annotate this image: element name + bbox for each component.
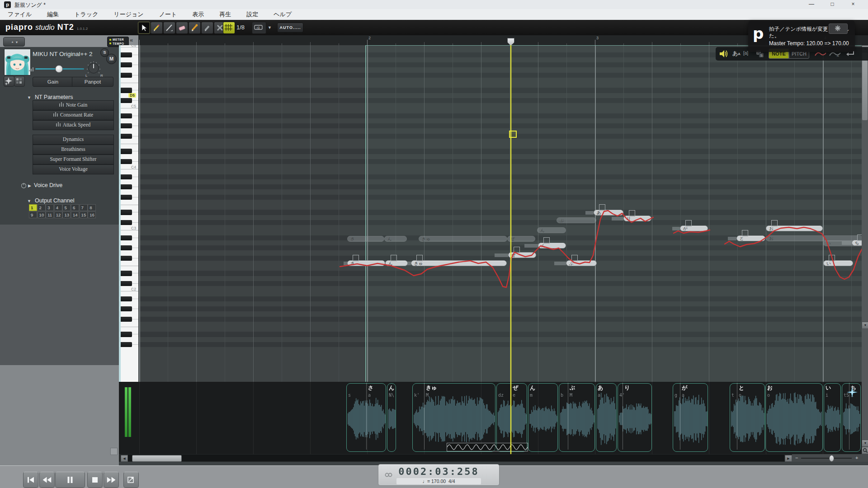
line-tool[interactable] <box>163 22 175 34</box>
minimize-button[interactable]: — <box>801 0 822 9</box>
black-key-F#1[interactable] <box>121 317 132 322</box>
output-channel-9[interactable]: 9 <box>29 211 37 218</box>
quantize-dropdown-icon[interactable]: ▼ <box>268 25 272 30</box>
time-display[interactable]: 0002:03:258 ♩= 170.00 4/4 <box>378 464 500 486</box>
output-channel-15[interactable]: 15 <box>80 211 88 218</box>
wave-vertical-scrollbar[interactable]: ▼ <box>862 382 868 454</box>
skip-to-start-button[interactable] <box>23 472 38 488</box>
black-key-D#5[interactable] <box>121 88 132 93</box>
param-button-consonant-rate[interactable]: Consonant Rate <box>33 110 114 120</box>
black-key-D#3[interactable] <box>121 210 132 215</box>
notification-settings-button[interactable] <box>829 23 848 34</box>
quantize-grid-button[interactable] <box>223 22 235 34</box>
volume-slider-thumb[interactable] <box>55 65 63 73</box>
note-handle[interactable] <box>599 204 605 211</box>
phoneme-input-icon[interactable]: [a] <box>743 51 748 56</box>
output-channel-3[interactable]: 3 <box>46 204 54 211</box>
singer-avatar[interactable] <box>4 49 31 75</box>
output-channel-4[interactable]: 4 <box>54 204 62 211</box>
note-handle[interactable] <box>742 230 748 236</box>
channel-matrix-button[interactable] <box>14 76 25 87</box>
black-key-G#5[interactable] <box>121 62 132 67</box>
black-key-A#3[interactable] <box>121 174 132 179</box>
panel-resize-grip[interactable] <box>110 448 118 455</box>
wave-zoom-button[interactable] <box>862 447 868 454</box>
note-handle[interactable] <box>391 255 397 261</box>
black-key-D#1[interactable] <box>121 332 132 337</box>
black-key-C#3[interactable] <box>121 220 132 225</box>
note-handle[interactable] <box>771 220 778 226</box>
black-key-F#3[interactable] <box>121 195 132 200</box>
param-button-attack-speed[interactable]: Attack Speed <box>33 120 114 130</box>
menu-view[interactable]: 表示 <box>184 9 212 20</box>
horizontal-scrollbar[interactable]: ◀ ▶ − + <box>119 454 868 462</box>
black-key-F#4[interactable] <box>121 134 132 139</box>
black-key-G#4[interactable] <box>121 123 132 128</box>
note-handle[interactable] <box>543 237 550 244</box>
zoom-slider-track[interactable] <box>801 458 852 459</box>
note-handle[interactable] <box>629 210 635 216</box>
black-key-C#4[interactable] <box>121 159 132 164</box>
kana-input-icon[interactable]: あA <box>732 50 741 57</box>
stop-button[interactable] <box>87 472 103 488</box>
select-tool[interactable] <box>138 22 150 34</box>
menu-file[interactable]: ファイル <box>0 9 39 20</box>
black-key-G#2[interactable] <box>121 245 132 250</box>
voice-drive-expand-icon[interactable]: ▶ <box>28 183 31 188</box>
scroll-left-button[interactable]: ◀ <box>121 455 128 462</box>
triplet-button[interactable]: r3 <box>252 22 266 34</box>
output-channel-13[interactable]: 13 <box>62 211 71 218</box>
phoneme-segment-ぶ[interactable] <box>559 383 595 452</box>
nt-parameters-header[interactable]: ▼NT Parameters <box>27 94 73 100</box>
zoom-slider-thumb[interactable] <box>829 455 834 462</box>
phoneme-segment-が[interactable] <box>673 383 708 452</box>
pencil-tool[interactable] <box>151 22 163 34</box>
output-channel-2[interactable]: 2 <box>38 204 46 211</box>
note[interactable]: り <box>623 216 651 221</box>
collapse-panel-button[interactable]: « <box>130 37 133 43</box>
phoneme-segment-と[interactable] <box>730 383 765 452</box>
pen-tool[interactable] <box>189 22 201 34</box>
note[interactable]: ぶ <box>566 260 597 266</box>
scroll-right-button[interactable]: ▶ <box>785 455 792 462</box>
panpot-button[interactable]: Panpot <box>72 77 113 87</box>
black-key-A#5[interactable] <box>121 52 132 57</box>
menu-settings[interactable]: 設定 <box>239 9 266 20</box>
playhead-line[interactable] <box>510 45 511 382</box>
h-scroll-thumb[interactable] <box>132 455 182 462</box>
black-key-A#4[interactable] <box>121 113 132 118</box>
note[interactable]: ぜ <box>508 252 536 258</box>
param-button-super-formant-shifter[interactable]: Super Formant Shifter <box>33 155 114 164</box>
gain-button[interactable]: Gain <box>33 77 73 87</box>
note-handle[interactable] <box>857 235 862 241</box>
note-handle[interactable] <box>571 255 578 261</box>
note-handle[interactable] <box>829 255 835 261</box>
param-button-breathiness[interactable]: Breathiness <box>33 145 114 155</box>
piano-roll[interactable]: さんきゅぜんぶおいさんきゅぜんぶありがとおいち <box>138 45 862 382</box>
vertical-scrollbar[interactable]: ▲ ▼ <box>862 45 868 382</box>
param-button-note-gain[interactable]: Note Gain <box>33 100 114 110</box>
output-channel-14[interactable]: 14 <box>71 211 79 218</box>
auto-scroll-button[interactable]: AUTO..... <box>277 23 303 33</box>
note[interactable]: が <box>680 225 708 231</box>
black-key-G#1[interactable] <box>121 306 132 311</box>
phoneme-segment-お[interactable] <box>765 383 823 452</box>
black-key-A#2[interactable] <box>121 235 132 240</box>
wave-scroll-down-button[interactable]: ▼ <box>862 440 868 447</box>
output-channel-11[interactable]: 11 <box>46 211 54 218</box>
black-key-A#1[interactable] <box>121 296 132 301</box>
maximize-button[interactable]: □ <box>822 0 843 9</box>
note[interactable]: あ <box>594 210 623 216</box>
menu-note[interactable]: ノート <box>151 9 185 20</box>
black-key-F#5[interactable] <box>121 73 132 78</box>
black-key-F#2[interactable] <box>121 256 132 261</box>
pan-knob[interactable] <box>86 61 101 77</box>
output-channel-7[interactable]: 7 <box>80 204 88 211</box>
marker-tool[interactable] <box>201 22 213 34</box>
fast-forward-button[interactable] <box>104 472 119 488</box>
output-channel-8[interactable]: 8 <box>88 204 96 211</box>
output-channel-16[interactable]: 16 <box>88 211 96 218</box>
black-key-C#5[interactable] <box>121 98 132 103</box>
note-handle[interactable] <box>416 255 423 261</box>
menu-region[interactable]: リージョン <box>106 9 151 20</box>
